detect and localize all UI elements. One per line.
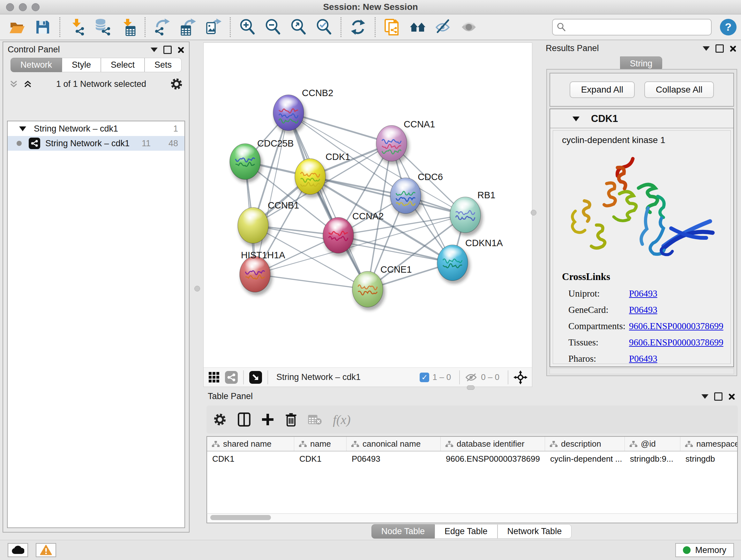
column-header-namespace[interactable]: namespace bbox=[680, 437, 738, 451]
string-import-icon[interactable] bbox=[383, 17, 402, 37]
table-cell[interactable]: CDK1 bbox=[294, 451, 347, 466]
network-node-HIST1H1A[interactable]: HIST1H1A bbox=[240, 250, 285, 295]
help-icon[interactable]: ? bbox=[720, 19, 737, 36]
search-box[interactable] bbox=[552, 19, 712, 36]
collection-expand-icon[interactable] bbox=[19, 126, 26, 131]
splitter-grip-left[interactable] bbox=[194, 286, 200, 292]
network-edge-CCNB2-CCNE1[interactable] bbox=[288, 113, 367, 289]
network-grid-view-icon[interactable] bbox=[208, 371, 220, 383]
panel-float-icon[interactable] bbox=[714, 392, 723, 401]
memory-button[interactable]: Memory bbox=[675, 543, 734, 557]
network-share-view-icon[interactable] bbox=[225, 371, 238, 384]
tab-sets[interactable]: Sets bbox=[145, 58, 182, 72]
table-cell[interactable]: cyclin-dependent ... bbox=[545, 451, 625, 466]
column-header--id[interactable]: @id bbox=[625, 437, 680, 451]
column-header-name[interactable]: name bbox=[294, 437, 347, 451]
glass-effect-off-icon[interactable] bbox=[434, 17, 453, 37]
show-columns-icon[interactable] bbox=[238, 413, 251, 427]
open-session-icon[interactable] bbox=[8, 17, 27, 37]
network-node-RB1[interactable]: RB1 bbox=[450, 190, 495, 236]
panel-collapse-icon[interactable] bbox=[151, 48, 158, 52]
network-node-CDC6[interactable]: CDC6 bbox=[390, 172, 443, 217]
selected-nodes-checkbox[interactable]: ✓ bbox=[420, 373, 429, 382]
refresh-view-icon[interactable] bbox=[348, 17, 367, 37]
crosslink-row: Uniprot:P06493 bbox=[562, 288, 724, 299]
zoom-in-icon[interactable] bbox=[238, 17, 257, 37]
function-builder-icon: f(x) bbox=[333, 412, 351, 427]
column-header-database-identifier[interactable]: database identifier bbox=[441, 437, 545, 451]
birds-eye-view-icon[interactable] bbox=[249, 371, 262, 384]
tab-edge-table[interactable]: Edge Table bbox=[434, 524, 497, 539]
panel-float-icon[interactable] bbox=[163, 46, 172, 54]
splitter-grip-bottom[interactable] bbox=[467, 385, 475, 390]
crosslink-link[interactable]: 9606.ENSP00000378699 bbox=[629, 337, 724, 348]
zoom-selected-icon[interactable] bbox=[314, 17, 333, 37]
export-table-icon[interactable] bbox=[178, 17, 197, 37]
panel-close-icon[interactable] bbox=[178, 46, 185, 53]
section-expand-icon[interactable] bbox=[572, 117, 580, 121]
network-node-CCNE1[interactable]: CCNE1 bbox=[352, 264, 412, 310]
network-edge-CDK1-RB1[interactable] bbox=[310, 177, 465, 215]
table-cell[interactable]: 9606.ENSP00000378699 bbox=[441, 451, 545, 466]
tab-select[interactable]: Select bbox=[101, 58, 145, 72]
table-cell[interactable]: stringdb bbox=[680, 451, 738, 466]
column-header-description[interactable]: description bbox=[545, 437, 625, 451]
crosslink-link[interactable]: 9606.ENSP00000378699 bbox=[629, 321, 724, 331]
import-network-file-icon[interactable] bbox=[67, 17, 86, 37]
tab-network-table[interactable]: Network Table bbox=[497, 524, 572, 539]
table-row[interactable]: CDK1CDK1P064939606.ENSP00000378699cyclin… bbox=[207, 451, 737, 466]
network-options-gear-icon[interactable] bbox=[170, 77, 183, 91]
fit-selected-crosshair-icon[interactable] bbox=[514, 370, 528, 384]
network-node-CDKN1A[interactable]: CDKN1A bbox=[437, 238, 503, 284]
panel-collapse-icon[interactable] bbox=[703, 46, 710, 51]
delete-column-icon[interactable] bbox=[285, 413, 297, 427]
crosslink-link[interactable]: P06493 bbox=[629, 354, 657, 364]
zoom-out-icon[interactable] bbox=[263, 17, 282, 37]
tab-style[interactable]: Style bbox=[62, 58, 101, 72]
table-cell[interactable]: CDK1 bbox=[207, 451, 294, 466]
tab-node-table[interactable]: Node Table bbox=[372, 524, 434, 539]
network-row[interactable]: String Network – cdk1 11 48 bbox=[8, 136, 185, 151]
column-header-canonical-name[interactable]: canonical name bbox=[347, 437, 441, 451]
import-network-database-icon[interactable] bbox=[93, 17, 112, 37]
network-node-CCNB2[interactable]: CCNB2 bbox=[273, 88, 333, 134]
export-image-icon[interactable] bbox=[204, 17, 223, 37]
string-home-icon[interactable] bbox=[408, 17, 427, 37]
table-cell[interactable]: P06493 bbox=[347, 451, 441, 466]
crosslink-link[interactable]: P06493 bbox=[629, 305, 657, 315]
node-label-CCNA2: CCNA2 bbox=[352, 211, 384, 221]
results-scrollbar[interactable] bbox=[549, 368, 734, 374]
column-header-shared-name[interactable]: shared name bbox=[207, 437, 294, 451]
collapse-all-button[interactable]: Collapse All bbox=[644, 81, 714, 98]
panel-close-icon[interactable] bbox=[728, 393, 735, 400]
network-node-CCNB1[interactable]: CCNB1 bbox=[238, 200, 299, 246]
table-horizontal-scrollbar[interactable] bbox=[206, 513, 738, 523]
table-cell[interactable]: stringdb:9... bbox=[625, 451, 680, 466]
crosslink-link[interactable]: P06493 bbox=[629, 288, 657, 299]
gene-description: cyclin-dependent kinase 1 bbox=[553, 131, 731, 145]
network-collection-row[interactable]: String Network – cdk1 1 bbox=[8, 121, 185, 136]
zoom-fit-content-icon[interactable] bbox=[289, 17, 308, 37]
network-graph[interactable]: CCNB2CCNA1CDC25BCDK1CDC6RB1CCNB1CCNA2CDK… bbox=[204, 43, 532, 368]
warning-status-icon[interactable] bbox=[36, 543, 56, 557]
create-column-icon[interactable] bbox=[261, 413, 274, 426]
gene-section-header[interactable]: CDK1 bbox=[550, 109, 733, 128]
import-table-file-icon[interactable] bbox=[118, 17, 138, 37]
glass-effect-on-icon[interactable] bbox=[459, 17, 478, 37]
tab-network[interactable]: Network bbox=[10, 58, 62, 72]
save-session-icon[interactable] bbox=[33, 17, 52, 37]
expand-all-icon[interactable] bbox=[23, 79, 32, 89]
network-canvas[interactable]: CCNB2CCNA1CDC25BCDK1CDC6RB1CCNB1CCNA2CDK… bbox=[203, 43, 532, 387]
panel-float-icon[interactable] bbox=[716, 44, 724, 53]
table-options-gear-icon[interactable] bbox=[213, 413, 227, 427]
panel-collapse-icon[interactable] bbox=[701, 394, 709, 399]
export-network-icon[interactable] bbox=[152, 17, 172, 37]
expand-all-button[interactable]: Expand All bbox=[569, 81, 635, 98]
search-input[interactable] bbox=[566, 22, 707, 32]
splitter-grip-right[interactable] bbox=[531, 210, 536, 215]
network-node-CDC25B[interactable]: CDC25B bbox=[230, 138, 293, 183]
cloud-status-icon[interactable] bbox=[8, 543, 28, 557]
panel-close-icon[interactable] bbox=[730, 45, 737, 52]
collapse-all-icon[interactable] bbox=[9, 79, 18, 89]
scrollbar-thumb[interactable] bbox=[210, 515, 271, 520]
